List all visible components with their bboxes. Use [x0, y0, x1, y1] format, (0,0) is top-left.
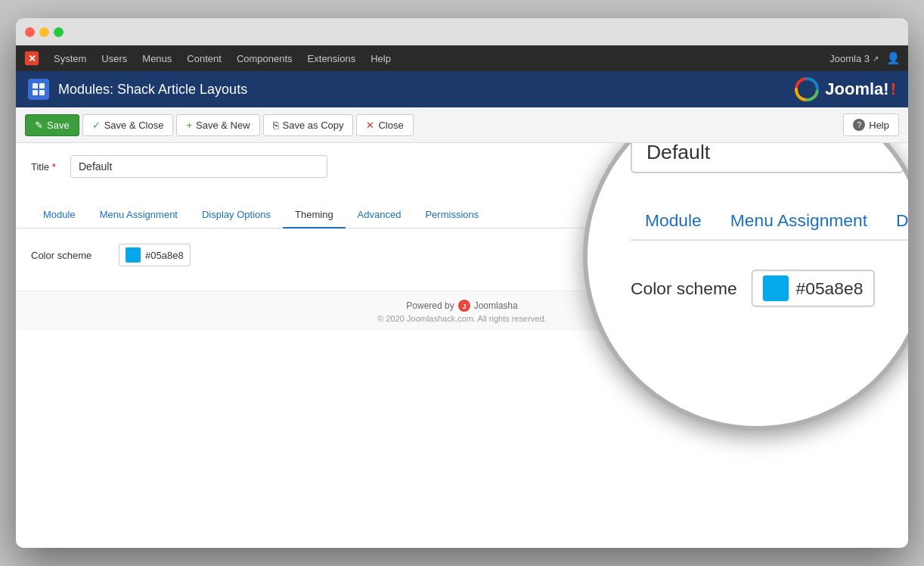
brand-text: Joomlasha [474, 300, 518, 311]
toolbar-left: ✎ Save ✓ Save & Close + Save & New ⎘ Sav… [25, 114, 414, 136]
help-question-icon: ? [853, 119, 865, 131]
copy-icon: ⎘ [273, 120, 279, 131]
menu-bar-left: ✕ System Users Menus Content Components … [23, 50, 397, 67]
minimize-button[interactable] [39, 27, 49, 37]
module-svg-icon [32, 82, 45, 96]
titlebar [16, 18, 908, 45]
mag-title-input [631, 143, 904, 173]
joomlashack-icon: J [457, 299, 471, 313]
user-icon[interactable]: 👤 [886, 51, 901, 65]
joomla-logo: Joomla! ! [793, 76, 896, 103]
check-icon: ✓ [92, 120, 101, 131]
svg-rect-3 [39, 83, 45, 89]
mag-color-swatch [763, 275, 789, 301]
mag-tab-display: Display Optio... [882, 202, 908, 239]
traffic-lights [25, 27, 64, 37]
powered-by: Powered by J Joomlasha [406, 299, 517, 313]
save-close-label: Save & Close [104, 120, 164, 131]
menu-bar-right: Joomla 3 ↗ 👤 [829, 51, 901, 65]
close-button[interactable]: ✕ Close [356, 114, 413, 136]
color-scheme-label: Color scheme [31, 250, 107, 261]
close-button[interactable] [25, 27, 35, 37]
svg-rect-4 [33, 90, 38, 95]
tab-display-options[interactable]: Display Options [190, 202, 283, 229]
mag-tabs: Module Menu Assignment Display Optio... [631, 202, 908, 241]
mag-tab-module: Module [631, 202, 716, 239]
close-icon: ✕ [366, 120, 374, 131]
svg-text:J: J [462, 303, 466, 310]
help-button[interactable]: ? Help [843, 114, 899, 136]
tab-module[interactable]: Module [31, 202, 88, 229]
tab-advanced[interactable]: Advanced [346, 202, 414, 229]
powered-by-text: Powered by [406, 300, 454, 311]
magnifier-content: Module Menu Assignment Display Optio... … [588, 143, 908, 350]
maximize-button[interactable] [54, 27, 64, 37]
color-value-text: #05a8e8 [145, 250, 184, 261]
save-close-button[interactable]: ✓ Save & Close [82, 114, 174, 136]
page-title: Modules: Shack Article Layouts [58, 82, 247, 98]
mag-color-label: Color scheme [631, 278, 737, 299]
svg-point-6 [794, 76, 820, 102]
mag-tab-menu: Menu Assignment [716, 202, 882, 239]
color-picker-button[interactable]: #05a8e8 [119, 244, 191, 266]
content-area: Title * Module Menu Assignment Display O… [16, 143, 908, 548]
menu-bar: ✕ System Users Menus Content Components … [16, 45, 908, 71]
save-copy-button[interactable]: ⎘ Save as Copy [263, 114, 354, 136]
joomla-logo-text: Joomla! [825, 79, 888, 99]
mag-color-wrapper: #05a8e8 [752, 269, 875, 306]
save-icon: ✎ [35, 120, 43, 131]
app-window: ✕ System Users Menus Content Components … [16, 18, 908, 548]
menu-components[interactable]: Components [231, 50, 299, 67]
tab-menu-assignment[interactable]: Menu Assignment [88, 202, 190, 229]
menu-users[interactable]: Users [95, 50, 133, 67]
title-input[interactable] [70, 155, 327, 178]
save-label: Save [47, 120, 70, 131]
mag-color-value: #05a8e8 [796, 278, 864, 299]
module-icon [28, 79, 49, 100]
svg-rect-2 [33, 83, 38, 89]
tab-theming[interactable]: Theming [283, 202, 346, 229]
tab-permissions[interactable]: Permissions [413, 202, 491, 229]
joomla-logo-exclaim: ! [891, 79, 896, 99]
title-label: Title * [31, 161, 61, 173]
svg-rect-5 [39, 90, 45, 95]
joomla-x-logo: ✕ [23, 50, 40, 67]
plus-icon: + [186, 120, 192, 131]
menu-content[interactable]: Content [181, 50, 228, 67]
header-left: Modules: Shack Article Layouts [28, 79, 247, 100]
menu-help[interactable]: Help [364, 50, 397, 67]
svg-text:✕: ✕ [28, 53, 36, 64]
required-indicator: * [52, 161, 56, 173]
magnifier-overlay: Module Menu Assignment Display Optio... … [583, 143, 908, 431]
version-text: Joomla 3 [829, 53, 870, 64]
joomla-swirl-icon [793, 76, 820, 103]
save-button[interactable]: ✎ Save [25, 114, 79, 136]
content-wrapper: Title * Module Menu Assignment Display O… [16, 143, 908, 548]
help-label: Help [869, 120, 889, 131]
save-new-label: Save & New [196, 120, 250, 131]
external-link-icon: ↗ [873, 54, 879, 63]
joomla-version[interactable]: Joomla 3 ↗ [829, 53, 879, 64]
copyright-text: © 2020 Joomlashack.com. All rights reser… [377, 314, 546, 323]
menu-extensions[interactable]: Extensions [302, 50, 362, 67]
color-swatch [126, 247, 141, 263]
menu-system[interactable]: System [48, 50, 92, 67]
save-copy-label: Save as Copy [283, 120, 344, 131]
toolbar: ✎ Save ✓ Save & Close + Save & New ⎘ Sav… [16, 107, 908, 143]
header-bar: Modules: Shack Article Layouts Joomla! ! [16, 71, 908, 107]
save-new-button[interactable]: + Save & New [176, 114, 259, 136]
close-label: Close [378, 120, 403, 131]
mag-color-row: Color scheme #05a8e8 [631, 269, 908, 306]
menu-menus[interactable]: Menus [136, 50, 178, 67]
